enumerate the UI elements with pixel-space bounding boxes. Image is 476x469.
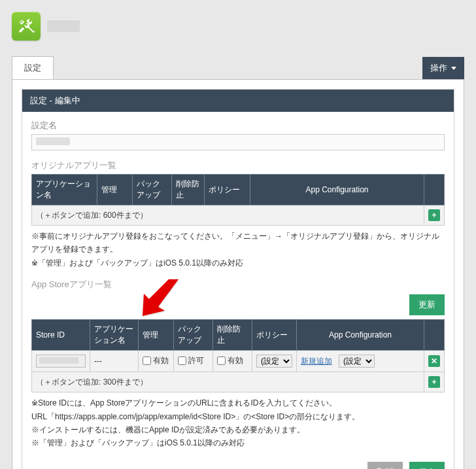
delete-protect-label: 有効 [228,355,243,366]
col-app-name: アプリケーション名 [32,175,97,205]
appstore-apps-limit: （＋ボタンで追加: 300件まで） [32,372,424,392]
operations-label: 操作 [430,62,447,74]
chevron-down-icon [451,67,456,70]
add-appstore-app-button[interactable]: + [428,376,440,388]
delete-protect-checkbox[interactable]: 有効 [217,355,243,366]
col-delete-protect2: 削除防止 [213,320,252,351]
col-manage2: 管理 [139,320,174,351]
col-delete-protect: 削除防止 [172,175,205,205]
operations-menu[interactable]: 操作 [422,57,464,79]
store-id-input[interactable] [36,355,86,368]
col-policy: ポリシー [205,175,250,205]
cancel-button[interactable]: 取消 [367,462,403,469]
app-name-cell: --- [90,351,139,372]
delete-row-button[interactable]: ✕ [428,355,440,367]
backup-label: 許可 [188,355,204,366]
setting-name-label: 設定名 [31,120,445,131]
original-apps-notes: ※事前にオリジナルアプリ登録をおこなってください。「メニュー」→「オリジナルアプ… [31,230,445,269]
appstore-apps-table: Store ID アプリケーション名 管理 バックアップ 削除防止 ポリシー A… [31,319,445,392]
col-actions [424,175,445,205]
add-original-app-button[interactable]: + [428,209,440,221]
table-row: --- 有効 許可 有効 [32,351,445,372]
col-backup2: バックアップ [174,320,213,351]
appstore-apps-notes: ※Store IDには、App StoreアプリケーションのURLに含まれるID… [31,396,445,450]
tab-settings[interactable]: 設定 [12,56,54,79]
col-policy2: ポリシー [252,320,297,351]
main-panel: 設定 - 編集中 設定名 オリジナルアプリ一覧 アプリケーション名 管理 バック… [12,79,464,469]
col-manage: 管理 [97,175,133,205]
original-apps-heading: オリジナルアプリ一覧 [31,160,445,171]
manage-label: 有効 [153,355,169,366]
original-apps-limit: （＋ボタンで追加: 600件まで） [32,205,424,226]
policy-select[interactable]: (設定 [256,355,292,368]
col-actions2 [424,320,445,351]
save-button[interactable]: 保存 [409,462,445,469]
col-store-id: Store ID [32,320,90,351]
app-title [47,20,80,32]
setting-name-input[interactable] [31,134,445,150]
manage-checkbox[interactable]: 有効 [143,355,169,366]
col-app-config: App Configuration [250,175,424,205]
col-backup: バックアップ [133,175,172,205]
appconfig-add-link[interactable]: 新規追加 [301,356,332,366]
update-button[interactable]: 更新 [409,294,445,315]
panel-title: 設定 - 編集中 [22,90,454,112]
appstore-apps-heading: App Storeアプリ一覧 [31,279,445,290]
col-app-config2: App Configuration [297,320,424,351]
col-app-name2: アプリケーション名 [90,320,139,351]
tools-icon [12,12,41,41]
app-header [12,12,464,41]
appconfig-select[interactable]: (設定な [339,355,375,368]
backup-checkbox[interactable]: 許可 [178,355,204,366]
original-apps-table: アプリケーション名 管理 バックアップ 削除防止 ポリシー App Config… [31,174,445,226]
